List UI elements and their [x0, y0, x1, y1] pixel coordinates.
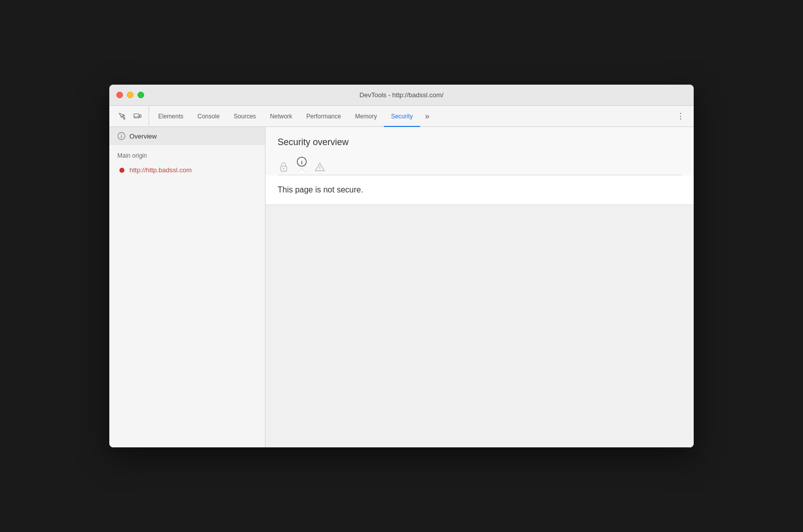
- sidebar-origin-item[interactable]: http://http.badssl.com: [109, 162, 265, 178]
- svg-text:i: i: [301, 159, 302, 165]
- lock-status-icon: [278, 161, 290, 173]
- title-bar: DevTools - http://badssl.com/: [109, 85, 694, 106]
- tab-memory[interactable]: Memory: [348, 106, 384, 127]
- sidebar-section-main-origin: Main origin: [109, 145, 265, 162]
- tab-elements[interactable]: Elements: [151, 106, 190, 127]
- security-overview-title: Security overview: [278, 137, 682, 148]
- rest-panel: [265, 205, 694, 447]
- security-overview-header: Security overview: [265, 127, 694, 175]
- sidebar-item-overview[interactable]: i Overview: [109, 127, 265, 145]
- sidebar-overview-label: Overview: [129, 132, 157, 140]
- origin-status-dot: [119, 168, 124, 173]
- info-circle-icon: i: [117, 132, 125, 140]
- svg-text:i: i: [121, 134, 122, 139]
- origin-host: http.badssl.com: [146, 166, 192, 174]
- origin-scheme: http://: [129, 166, 146, 174]
- toolbar-end: ⋮: [674, 109, 692, 123]
- info-pointer: [298, 169, 305, 173]
- kebab-menu-button[interactable]: ⋮: [674, 109, 688, 123]
- svg-rect-1: [140, 115, 141, 117]
- device-icon[interactable]: [130, 109, 145, 123]
- maximize-button[interactable]: [138, 92, 144, 98]
- tab-security[interactable]: Security: [384, 106, 420, 127]
- main-panel: Security overview: [265, 127, 694, 447]
- svg-point-6: [283, 168, 285, 170]
- window-title: DevTools - http://badssl.com/: [360, 91, 444, 99]
- toolbar-icons: [111, 106, 149, 126]
- inspect-icon[interactable]: [115, 109, 129, 123]
- not-secure-message: This page is not secure.: [278, 185, 363, 194]
- minimize-button[interactable]: [127, 92, 133, 98]
- info-status-icon: i: [296, 156, 308, 168]
- tab-performance[interactable]: Performance: [299, 106, 348, 127]
- tab-overflow-button[interactable]: »: [420, 106, 435, 127]
- tab-console[interactable]: Console: [190, 106, 227, 127]
- tab-sources[interactable]: Sources: [227, 106, 263, 127]
- svg-point-10: [319, 169, 320, 170]
- close-button[interactable]: [116, 92, 123, 98]
- svg-rect-0: [134, 114, 139, 118]
- warning-status-icon: [314, 161, 326, 173]
- devtools-window: DevTools - http://badssl.com/ Elements C…: [109, 85, 694, 447]
- sidebar: i Overview Main origin http://http.badss…: [109, 127, 265, 447]
- not-secure-panel: This page is not secure.: [265, 175, 694, 205]
- toolbar: Elements Console Sources Network Perform…: [109, 106, 694, 127]
- traffic-lights: [109, 92, 144, 98]
- tab-network[interactable]: Network: [263, 106, 299, 127]
- origin-url[interactable]: http://http.badssl.com: [129, 166, 192, 174]
- content-area: i Overview Main origin http://http.badss…: [109, 127, 694, 447]
